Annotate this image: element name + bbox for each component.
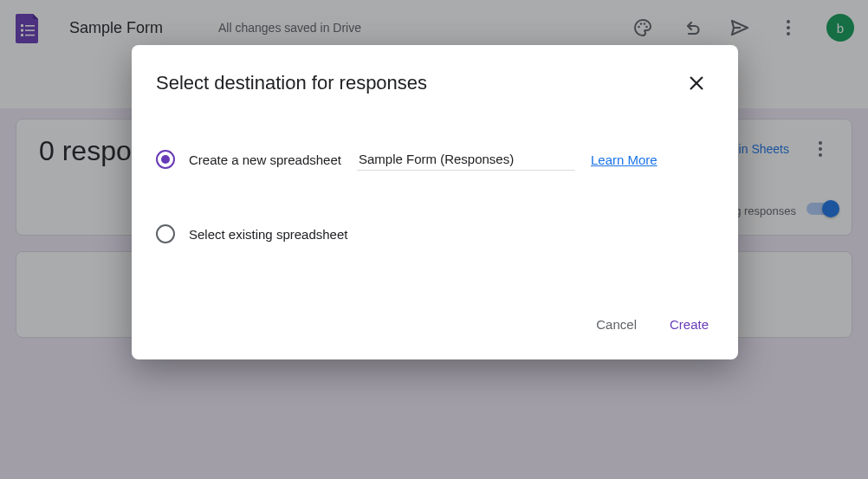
select-destination-dialog: Select destination for responses Create … xyxy=(132,45,738,359)
create-button[interactable]: Create xyxy=(666,310,712,339)
spreadsheet-name-input[interactable] xyxy=(357,148,575,171)
cancel-button[interactable]: Cancel xyxy=(593,310,640,339)
option-select-existing-label: Select existing spreadsheet xyxy=(189,227,347,242)
option-create-new[interactable]: Create a new spreadsheet Learn More xyxy=(132,142,738,177)
dialog-close-button[interactable] xyxy=(679,66,714,100)
learn-more-link[interactable]: Learn More xyxy=(591,152,657,167)
option-create-new-label: Create a new spreadsheet xyxy=(189,152,341,167)
radio-select-existing[interactable] xyxy=(156,224,175,243)
close-icon xyxy=(687,74,706,93)
radio-create-new[interactable] xyxy=(156,150,175,169)
dialog-title: Select destination for responses xyxy=(156,72,679,94)
option-select-existing[interactable]: Select existing spreadsheet xyxy=(132,217,738,251)
